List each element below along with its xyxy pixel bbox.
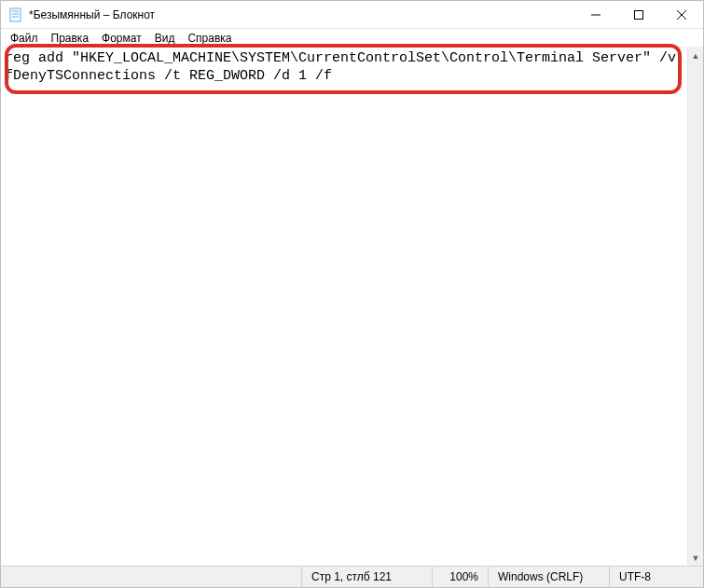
- status-spacer: [1, 567, 302, 587]
- vertical-scrollbar[interactable]: ▲ ▼: [687, 48, 703, 566]
- maximize-button[interactable]: [617, 1, 660, 29]
- menu-help[interactable]: Справка: [182, 31, 237, 46]
- minimize-button[interactable]: [574, 1, 617, 29]
- menu-edit[interactable]: Правка: [46, 31, 95, 46]
- scroll-up-icon[interactable]: ▲: [688, 48, 703, 63]
- status-line-ending: Windows (CRLF): [489, 567, 610, 587]
- scroll-down-icon[interactable]: ▼: [688, 550, 703, 566]
- app-icon: [8, 7, 23, 22]
- svg-rect-0: [10, 8, 21, 21]
- status-encoding: UTF-8: [610, 567, 703, 587]
- status-cursor-position: Стр 1, стлб 121: [302, 567, 433, 587]
- content-area: ▲ ▼: [1, 48, 703, 566]
- close-button[interactable]: [660, 1, 703, 29]
- menubar: Файл Правка Формат Вид Справка: [1, 29, 703, 48]
- text-editor[interactable]: [1, 48, 687, 566]
- statusbar: Стр 1, стлб 121 100% Windows (CRLF) UTF-…: [1, 566, 703, 587]
- menu-view[interactable]: Вид: [149, 31, 181, 46]
- menu-file[interactable]: Файл: [5, 31, 44, 46]
- window-title: *Безымянный – Блокнот: [29, 8, 574, 21]
- menu-format[interactable]: Формат: [96, 31, 147, 46]
- titlebar[interactable]: *Безымянный – Блокнот: [1, 1, 703, 29]
- status-zoom: 100%: [433, 567, 489, 587]
- svg-rect-5: [635, 10, 643, 19]
- notepad-window: *Безымянный – Блокнот Файл Правка Формат…: [0, 0, 704, 588]
